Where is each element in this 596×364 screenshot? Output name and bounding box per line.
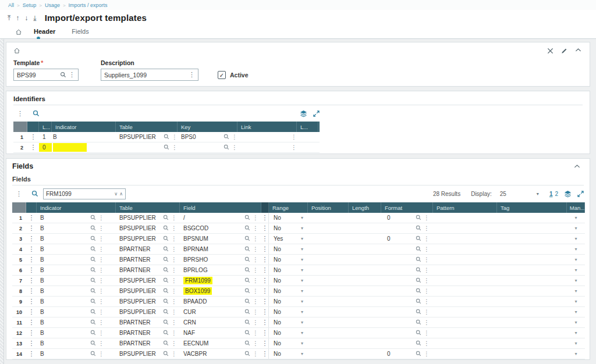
tag-cell[interactable] bbox=[497, 317, 567, 327]
tag-cell[interactable] bbox=[497, 286, 567, 296]
kebab-icon[interactable]: ⋮ bbox=[171, 330, 177, 336]
pattern-cell[interactable] bbox=[433, 297, 497, 306]
length-cell[interactable] bbox=[349, 213, 381, 223]
length-cell[interactable] bbox=[349, 223, 381, 233]
dropdown-caret-icon[interactable]: ▾ bbox=[301, 309, 303, 315]
column-header-length[interactable]: Length bbox=[349, 202, 381, 213]
mandatory-cell[interactable]: ▾ bbox=[567, 234, 585, 244]
kebab-icon[interactable]: ⋮ bbox=[171, 247, 177, 252]
field-cell[interactable]: CRN ⋮ bbox=[180, 317, 261, 327]
kebab-icon[interactable]: ⋮ bbox=[424, 351, 430, 357]
frozen-pane-kebab[interactable]: ⋮ bbox=[261, 286, 269, 296]
search-icon[interactable] bbox=[224, 144, 229, 151]
format-cell[interactable]: ⋮ bbox=[381, 265, 433, 275]
kebab-icon[interactable]: ⋮ bbox=[424, 288, 430, 294]
tag-cell[interactable] bbox=[497, 244, 567, 254]
length-cell[interactable] bbox=[349, 338, 381, 348]
search-icon[interactable] bbox=[416, 277, 421, 284]
field-cell[interactable]: NAF ⋮ bbox=[180, 328, 261, 338]
field-cell[interactable]: FRM1099 ⋮ bbox=[180, 276, 261, 286]
frozen-pane-kebab[interactable]: ⋮ bbox=[261, 223, 269, 233]
last-record-icon[interactable]: ⤓ bbox=[33, 15, 36, 22]
format-cell[interactable]: ⋮ bbox=[381, 255, 433, 265]
search-icon[interactable] bbox=[163, 288, 169, 295]
column-header-table[interactable]: Table bbox=[116, 122, 178, 132]
table-cell[interactable]: BPSUPPLIER ⋮ bbox=[116, 234, 180, 244]
length-cell[interactable] bbox=[349, 307, 381, 317]
mandatory-cell[interactable]: ▾ bbox=[567, 276, 585, 286]
indicator-cell[interactable]: B ⋮ bbox=[37, 223, 116, 233]
kebab-icon[interactable]: ⋮ bbox=[253, 236, 258, 242]
kebab-icon[interactable]: ⋮ bbox=[424, 309, 430, 315]
kebab-icon[interactable]: ⋮ bbox=[424, 299, 430, 305]
kebab-icon[interactable]: ⋮ bbox=[171, 320, 177, 326]
column-header-indicator[interactable]: Indicator bbox=[52, 122, 116, 132]
pattern-cell[interactable] bbox=[433, 349, 497, 359]
row-menu-kebab[interactable]: ⋮ bbox=[26, 244, 37, 254]
search-icon[interactable] bbox=[244, 319, 250, 326]
search-icon[interactable] bbox=[90, 330, 96, 337]
field-cell[interactable]: VACBPR ⋮ bbox=[180, 349, 261, 359]
tag-cell[interactable] bbox=[497, 338, 567, 348]
active-checkbox[interactable]: ✓ bbox=[218, 71, 226, 79]
field-cell[interactable]: BOX1099 ⋮ bbox=[180, 286, 261, 296]
search-icon[interactable] bbox=[163, 319, 169, 326]
position-cell[interactable] bbox=[308, 349, 349, 359]
indicator-cell[interactable]: B ⋮ bbox=[37, 297, 116, 306]
home-icon[interactable] bbox=[15, 28, 22, 35]
search-icon[interactable] bbox=[163, 277, 169, 284]
kebab-icon[interactable]: ⋮ bbox=[253, 320, 258, 326]
search-icon[interactable] bbox=[416, 246, 421, 253]
search-icon[interactable] bbox=[163, 351, 169, 358]
breadcrumb-link-imports-exports[interactable]: Imports / exports bbox=[69, 2, 108, 8]
column-header-field[interactable]: Field bbox=[180, 202, 261, 213]
range-cell[interactable]: No ▾ bbox=[269, 276, 308, 286]
kebab-icon[interactable]: ⋮ bbox=[98, 236, 104, 242]
search-icon[interactable] bbox=[163, 215, 169, 222]
table-cell[interactable]: BPSUPPLIER ⋮ bbox=[116, 349, 180, 359]
frozen-pane-kebab[interactable]: ⋮ bbox=[261, 255, 269, 265]
search-icon[interactable] bbox=[244, 235, 250, 242]
search-icon[interactable] bbox=[90, 277, 96, 284]
position-cell[interactable] bbox=[308, 244, 349, 254]
indicator-cell[interactable]: B ⋮ bbox=[37, 317, 116, 327]
search-icon[interactable] bbox=[244, 256, 250, 263]
kebab-icon[interactable]: ⋮ bbox=[171, 351, 177, 357]
length-cell[interactable] bbox=[349, 265, 381, 275]
kebab-icon[interactable]: ⋮ bbox=[232, 145, 237, 151]
mandatory-cell[interactable]: ▾ bbox=[567, 307, 585, 317]
frozen-pane-kebab[interactable]: ⋮ bbox=[261, 213, 269, 223]
search-icon[interactable] bbox=[163, 267, 169, 274]
pattern-cell[interactable] bbox=[433, 234, 497, 244]
search-previous-icon[interactable]: ∧ bbox=[119, 191, 123, 197]
length-cell[interactable] bbox=[349, 234, 381, 244]
search-icon[interactable] bbox=[163, 256, 169, 263]
search-icon[interactable] bbox=[163, 340, 169, 347]
kebab-icon[interactable]: ⋮ bbox=[171, 309, 177, 315]
position-cell[interactable] bbox=[308, 276, 349, 286]
row-menu-kebab[interactable]: ⋮ bbox=[26, 234, 37, 244]
table-cell[interactable]: BPSUPPLIER ⋮ bbox=[116, 286, 180, 296]
pattern-cell[interactable] bbox=[433, 223, 497, 233]
kebab-icon[interactable]: ⋮ bbox=[171, 226, 177, 231]
length-cell[interactable] bbox=[349, 328, 381, 338]
tag-cell[interactable] bbox=[497, 234, 567, 244]
pattern-cell[interactable] bbox=[433, 338, 497, 348]
range-cell[interactable]: No ▾ bbox=[269, 338, 308, 348]
kebab-icon[interactable]: ⋮ bbox=[98, 299, 104, 305]
kebab-icon[interactable]: ⋮ bbox=[253, 278, 258, 284]
search-icon[interactable] bbox=[163, 330, 169, 337]
range-cell[interactable]: No ▾ bbox=[269, 223, 308, 233]
dropdown-caret-icon[interactable]: ▾ bbox=[301, 330, 303, 336]
field-cell[interactable]: CUR ⋮ bbox=[180, 307, 261, 317]
table-cell[interactable]: BPARTNER ⋮ bbox=[116, 265, 180, 275]
position-cell[interactable] bbox=[308, 317, 349, 327]
dropdown-caret-icon[interactable]: ▾ bbox=[301, 236, 303, 241]
search-icon[interactable] bbox=[163, 246, 169, 253]
tag-cell[interactable] bbox=[497, 213, 567, 223]
frozen-pane-kebab[interactable]: ⋮ bbox=[261, 307, 269, 317]
dropdown-caret-icon[interactable]: ▾ bbox=[301, 226, 303, 231]
home-icon[interactable] bbox=[13, 47, 20, 54]
search-icon[interactable] bbox=[416, 319, 421, 326]
field-cell[interactable]: BPSNUM ⋮ bbox=[180, 234, 261, 244]
